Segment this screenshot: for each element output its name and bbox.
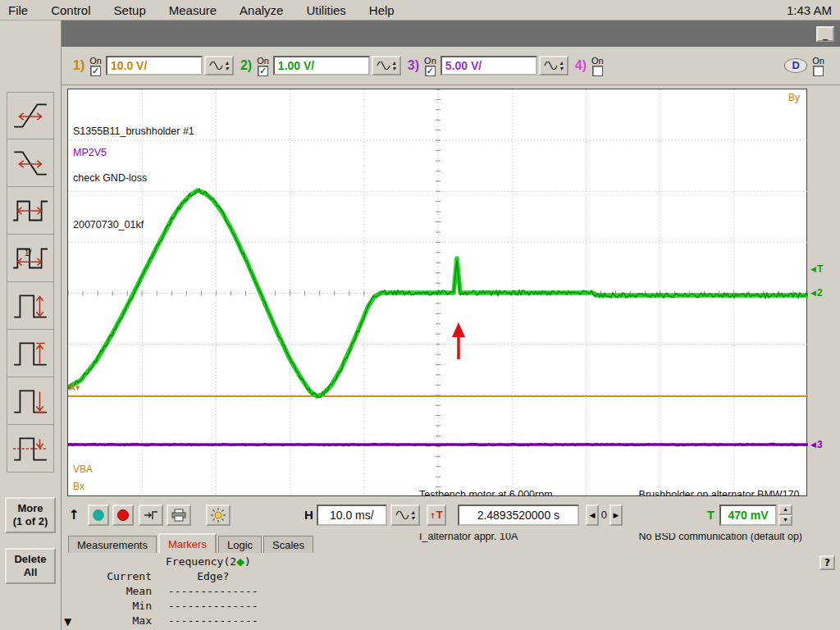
trigger-level-spin-down[interactable]: ▾ bbox=[778, 515, 792, 526]
top-level-icon bbox=[11, 336, 49, 371]
sine-icon bbox=[377, 62, 390, 70]
measurement-row-max: Max -------------- bbox=[62, 614, 840, 628]
menu-utilities[interactable]: Utilities bbox=[306, 3, 345, 17]
delete-all-button[interactable]: Delete All bbox=[5, 548, 56, 584]
sun-icon bbox=[210, 508, 226, 523]
measure-top-button[interactable] bbox=[7, 330, 54, 377]
menu-setup[interactable]: Setup bbox=[114, 3, 146, 17]
channel-2-on-checkbox[interactable]: ✓ bbox=[258, 66, 268, 76]
panel-scroll-down-button[interactable]: ▼ bbox=[64, 614, 71, 629]
channel-3-on-checkbox[interactable]: ✓ bbox=[425, 66, 436, 76]
menu-file[interactable]: File bbox=[8, 3, 28, 17]
channel-4-button[interactable]: 4) bbox=[575, 58, 587, 73]
more-button[interactable]: More (1 of 2) bbox=[5, 497, 56, 533]
menu-analyze[interactable]: Analyze bbox=[240, 3, 283, 17]
average-level-icon bbox=[11, 431, 49, 466]
check-icon: ✓ bbox=[91, 66, 100, 76]
channel-4-on-label: On bbox=[591, 56, 604, 66]
marker-bx-label: Bx bbox=[73, 481, 84, 492]
measure-period-button[interactable] bbox=[7, 187, 54, 235]
delete-all-label-1: Delete bbox=[7, 553, 54, 566]
frequency-icon: 1/ bbox=[11, 241, 49, 276]
sine-icon bbox=[395, 511, 409, 519]
channel-4-on-checkbox[interactable] bbox=[592, 66, 603, 76]
channel-3-coupling-button[interactable]: ▴▾ bbox=[539, 56, 568, 75]
channel-2-coupling-button[interactable]: ▴▾ bbox=[372, 56, 401, 75]
measure-rise-time-button[interactable] bbox=[7, 92, 54, 139]
help-button[interactable]: ? bbox=[819, 555, 835, 570]
scope-display[interactable]: S1355B11_brushholder #1 check GND-loss 2… bbox=[67, 89, 807, 496]
status-bar: Acquisition is stopped. 1.00 MSa/s 8.20 … bbox=[62, 21, 840, 47]
frequency-icon-label: 1/ bbox=[25, 248, 32, 257]
measurement-title: Frequency(2◆) bbox=[62, 553, 840, 569]
sine-icon bbox=[209, 62, 223, 70]
measurement-panel: Frequency(2◆) Current Edge? Mean -------… bbox=[62, 553, 840, 630]
left-arrow-icon: ◀ bbox=[810, 441, 816, 449]
channel-2-ground-marker[interactable]: ◀ 2 bbox=[810, 287, 823, 299]
channel-1-on-checkbox[interactable]: ✓ bbox=[90, 66, 101, 76]
amplitude-icon bbox=[11, 289, 49, 323]
digital-on-checkbox[interactable] bbox=[813, 66, 824, 76]
channel-2-scale-field[interactable]: 1.00 V/ bbox=[273, 56, 370, 75]
printer-icon bbox=[171, 509, 187, 522]
tab-logic[interactable]: Logic bbox=[218, 536, 262, 553]
clear-display-button[interactable] bbox=[206, 504, 231, 526]
delay-left-button[interactable]: ◀ bbox=[586, 504, 599, 526]
channel-3-ground-marker[interactable]: ◀ 3 bbox=[810, 439, 823, 450]
trigger-position-field[interactable]: 2.4893520000 s bbox=[458, 504, 579, 526]
run-icon bbox=[93, 509, 104, 521]
up-arrow-icon: ↑ bbox=[430, 512, 436, 520]
single-acquisition-button[interactable] bbox=[139, 504, 163, 526]
delete-all-label-2: All bbox=[7, 566, 54, 579]
measurement-source: 2 bbox=[230, 555, 236, 568]
scope-area: S1355B11_brushholder #1 check GND-loss 2… bbox=[62, 84, 840, 496]
tab-scales[interactable]: Scales bbox=[263, 536, 313, 553]
measure-amplitude-button[interactable] bbox=[7, 282, 54, 330]
channel-1-coupling-button[interactable]: ▴▾ bbox=[204, 56, 234, 75]
run-button[interactable] bbox=[88, 504, 109, 526]
menu-help[interactable]: Help bbox=[369, 3, 395, 17]
measure-frequency-button[interactable]: 1/ bbox=[7, 235, 54, 282]
measure-average-button[interactable] bbox=[7, 425, 54, 472]
measure-base-button[interactable] bbox=[7, 377, 54, 425]
trigger-position-button[interactable]: ↑T bbox=[427, 504, 446, 526]
clock: 1:43 AM bbox=[787, 3, 832, 17]
fall-time-icon bbox=[11, 146, 49, 180]
menu-bar: File Control Setup Measure Analyze Utili… bbox=[0, 0, 840, 21]
channel-2-controls: 2) On ✓ 1.00 V/ ▴▾ bbox=[240, 56, 401, 76]
trigger-level-spin-up[interactable]: ▴ bbox=[778, 504, 792, 515]
spin-down-icon: ▾ bbox=[411, 515, 414, 521]
measure-fall-time-button[interactable] bbox=[7, 139, 54, 187]
left-arrow-icon: ◀ bbox=[810, 289, 816, 297]
trigger-level-marker[interactable]: ◀ T bbox=[810, 263, 823, 275]
rise-time-icon bbox=[11, 98, 49, 133]
spin-down-icon: ▾ bbox=[559, 66, 563, 71]
channel-3-button[interactable]: 3) bbox=[408, 58, 419, 73]
left-arrow-icon: ◀ bbox=[810, 265, 816, 273]
scroll-up-button[interactable]: ↑ bbox=[66, 507, 81, 523]
minimize-button[interactable]: _ bbox=[816, 26, 834, 42]
channel-1-button[interactable]: 1) bbox=[73, 58, 84, 73]
channel-2-scale-value: 1.00 V/ bbox=[278, 59, 314, 72]
channel-3-scale-field[interactable]: 5.00 V/ bbox=[441, 56, 537, 75]
menu-measure[interactable]: Measure bbox=[169, 3, 217, 17]
measurement-row-min: Min -------------- bbox=[62, 599, 840, 614]
marker-a-indicator[interactable]: A▾ bbox=[69, 382, 80, 393]
channel-2-button[interactable]: 2) bbox=[240, 58, 252, 73]
trigger-level-field[interactable]: 470 mV bbox=[719, 504, 777, 526]
timebase-field[interactable]: 10.0 ms/ bbox=[317, 504, 387, 526]
horizontal-adjust-button[interactable]: ▴▾ bbox=[390, 504, 420, 526]
tab-measurements[interactable]: Measurements bbox=[68, 536, 157, 553]
menu-control[interactable]: Control bbox=[51, 3, 90, 17]
print-button[interactable] bbox=[167, 504, 191, 526]
delay-zero-label[interactable]: 0 bbox=[601, 509, 607, 521]
period-icon bbox=[11, 194, 49, 228]
stop-button[interactable] bbox=[112, 504, 134, 526]
delay-right-button[interactable]: ▶ bbox=[609, 504, 623, 526]
channel-1-scale-field[interactable]: 10.0 V/ bbox=[106, 56, 203, 75]
probe-label: MP2V5 bbox=[73, 147, 107, 158]
measurement-row-current: Current Edge? bbox=[62, 569, 840, 584]
tab-markers[interactable]: Markers bbox=[158, 533, 217, 553]
digital-d-button[interactable]: D bbox=[784, 58, 807, 73]
channel-1-scale-value: 10.0 V/ bbox=[111, 59, 147, 72]
